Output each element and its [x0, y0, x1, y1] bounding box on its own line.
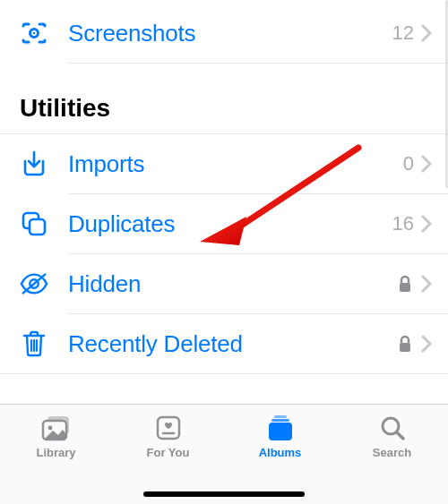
screenshots-icon: [20, 20, 48, 47]
tab-library[interactable]: Library: [0, 414, 112, 459]
album-row-imports[interactable]: Imports 0: [0, 134, 448, 193]
chevron-right-icon: [421, 24, 432, 42]
album-row-hidden[interactable]: Hidden: [0, 254, 448, 313]
tab-label: Albums: [259, 446, 302, 459]
svg-point-1: [33, 32, 35, 34]
search-icon: [379, 414, 406, 442]
svg-rect-18: [274, 415, 287, 418]
tab-search[interactable]: Search: [336, 414, 448, 459]
album-row-label: Duplicates: [68, 210, 392, 238]
chevron-right-icon: [421, 215, 432, 233]
album-row-label: Imports: [68, 150, 403, 178]
lock-icon: [398, 275, 412, 293]
tab-label: For You: [147, 446, 190, 459]
svg-rect-3: [30, 219, 45, 235]
for-you-icon: [155, 414, 182, 442]
section-header-utilities: Utilities: [0, 64, 448, 133]
chevron-right-icon: [421, 335, 432, 353]
divider: [0, 373, 448, 374]
albums-icon: [266, 414, 295, 442]
tab-label: Search: [373, 446, 411, 459]
import-icon: [20, 150, 48, 177]
svg-line-22: [397, 432, 403, 439]
duplicates-icon: [20, 210, 48, 237]
svg-point-15: [47, 426, 52, 431]
library-icon: [40, 414, 73, 442]
tab-albums[interactable]: Albums: [224, 414, 336, 459]
tab-label: Library: [36, 446, 75, 459]
album-row-duplicates[interactable]: Duplicates 16: [0, 194, 448, 253]
album-row-label: Recently Deleted: [68, 330, 398, 358]
album-row-screenshots[interactable]: Screenshots 12: [0, 4, 448, 63]
album-row-count: 0: [403, 152, 414, 175]
chevron-right-icon: [421, 275, 432, 293]
svg-rect-10: [400, 343, 410, 352]
album-row-count: 12: [392, 21, 414, 45]
album-row-label: Screenshots: [68, 20, 392, 47]
svg-rect-19: [271, 419, 289, 422]
album-row-count: 16: [392, 212, 414, 235]
chevron-right-icon: [421, 155, 432, 173]
svg-rect-6: [400, 283, 410, 292]
svg-rect-20: [269, 423, 292, 440]
lock-icon: [398, 335, 412, 353]
home-indicator[interactable]: [143, 491, 305, 497]
hidden-icon: [20, 272, 48, 295]
trash-icon: [20, 330, 48, 357]
tab-for-you[interactable]: For You: [112, 414, 224, 459]
album-row-label: Hidden: [68, 270, 398, 298]
album-row-recently-deleted[interactable]: Recently Deleted: [0, 314, 448, 373]
tab-bar: Library For You Albums: [0, 404, 448, 504]
